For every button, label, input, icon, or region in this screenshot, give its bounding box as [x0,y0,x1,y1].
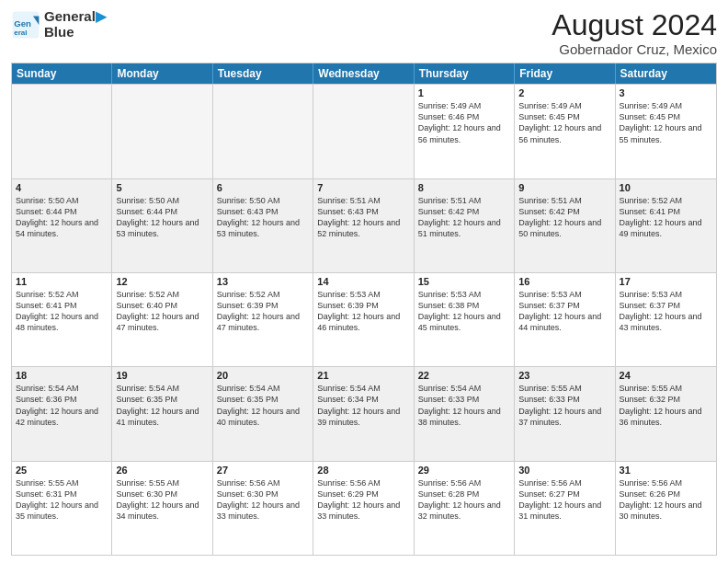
day-number: 16 [518,276,610,287]
day-number: 24 [620,370,712,381]
day-info: Sunrise: 5:55 AMSunset: 6:31 PMDaylight:… [16,477,108,523]
day-info: Sunrise: 5:51 AMSunset: 6:42 PMDaylight:… [518,195,610,240]
logo-text-line2: Blue [44,25,107,40]
cal-cell: 2Sunrise: 5:49 AMSunset: 6:45 PMDaylight… [515,85,615,178]
day-number: 19 [116,370,208,381]
cal-cell: 29Sunrise: 5:56 AMSunset: 6:28 PMDayligh… [415,462,515,555]
cal-cell: 27Sunrise: 5:56 AMSunset: 6:30 PMDayligh… [213,462,313,555]
day-number: 31 [620,465,712,476]
page: Gen eral General▶ Blue August 2024 Gober… [0,0,728,563]
cal-header-thursday: Thursday [415,63,515,84]
cal-header-sunday: Sunday [12,63,112,84]
page-title: August 2024 [552,9,717,41]
cal-cell: 1Sunrise: 5:49 AMSunset: 6:46 PMDaylight… [415,85,515,178]
day-number: 15 [418,276,510,287]
cal-cell: 11Sunrise: 5:52 AMSunset: 6:41 PMDayligh… [12,273,112,366]
day-info: Sunrise: 5:52 AMSunset: 6:41 PMDaylight:… [620,195,712,240]
day-info: Sunrise: 5:54 AMSunset: 6:35 PMDaylight:… [217,383,309,428]
svg-text:eral: eral [14,29,27,37]
day-number: 25 [16,465,108,476]
page-subtitle: Gobernador Cruz, Mexico [552,41,717,57]
header: Gen eral General▶ Blue August 2024 Gober… [11,9,717,57]
cal-cell: 28Sunrise: 5:56 AMSunset: 6:29 PMDayligh… [313,462,414,555]
cal-week-1: 1Sunrise: 5:49 AMSunset: 6:46 PMDaylight… [12,84,716,178]
cal-header-monday: Monday [112,63,212,84]
day-info: Sunrise: 5:53 AMSunset: 6:37 PMDaylight:… [620,289,712,334]
cal-cell: 31Sunrise: 5:56 AMSunset: 6:26 PMDayligh… [616,462,716,555]
logo-triangle: ▶ [96,8,107,24]
cal-cell: 12Sunrise: 5:52 AMSunset: 6:40 PMDayligh… [112,273,212,366]
day-info: Sunrise: 5:49 AMSunset: 6:45 PMDaylight:… [518,100,610,145]
cal-cell [313,85,414,178]
cal-cell: 4Sunrise: 5:50 AMSunset: 6:44 PMDaylight… [12,179,112,272]
cal-cell: 10Sunrise: 5:52 AMSunset: 6:41 PMDayligh… [616,179,716,272]
day-number: 10 [620,182,712,193]
day-number: 29 [418,465,510,476]
cal-cell [213,85,313,178]
title-block: August 2024 Gobernador Cruz, Mexico [552,9,717,57]
day-info: Sunrise: 5:53 AMSunset: 6:39 PMDaylight:… [317,289,409,334]
day-info: Sunrise: 5:53 AMSunset: 6:38 PMDaylight:… [418,289,510,334]
day-info: Sunrise: 5:56 AMSunset: 6:26 PMDaylight:… [620,477,712,523]
day-info: Sunrise: 5:52 AMSunset: 6:39 PMDaylight:… [217,289,309,334]
calendar-body: 1Sunrise: 5:49 AMSunset: 6:46 PMDaylight… [12,84,716,555]
cal-week-2: 4Sunrise: 5:50 AMSunset: 6:44 PMDaylight… [12,178,716,272]
day-info: Sunrise: 5:50 AMSunset: 6:43 PMDaylight:… [217,195,309,240]
cal-header-tuesday: Tuesday [213,63,313,84]
cal-cell: 30Sunrise: 5:56 AMSunset: 6:27 PMDayligh… [515,462,615,555]
day-info: Sunrise: 5:54 AMSunset: 6:33 PMDaylight:… [418,383,510,428]
day-info: Sunrise: 5:55 AMSunset: 6:30 PMDaylight:… [116,477,208,523]
day-info: Sunrise: 5:55 AMSunset: 6:33 PMDaylight:… [518,383,610,428]
day-number: 8 [418,182,510,193]
day-number: 3 [620,87,712,98]
day-number: 26 [116,465,208,476]
cal-cell: 14Sunrise: 5:53 AMSunset: 6:39 PMDayligh… [313,273,414,366]
cal-cell: 17Sunrise: 5:53 AMSunset: 6:37 PMDayligh… [616,273,716,366]
day-info: Sunrise: 5:56 AMSunset: 6:30 PMDaylight:… [217,477,309,523]
day-number: 28 [317,465,409,476]
day-info: Sunrise: 5:54 AMSunset: 6:34 PMDaylight:… [317,383,409,428]
day-number: 4 [16,182,108,193]
day-number: 11 [16,276,108,287]
day-info: Sunrise: 5:56 AMSunset: 6:27 PMDaylight:… [518,477,610,523]
day-number: 5 [116,182,208,193]
cal-header-saturday: Saturday [616,63,716,84]
cal-cell: 18Sunrise: 5:54 AMSunset: 6:36 PMDayligh… [12,367,112,460]
day-info: Sunrise: 5:52 AMSunset: 6:41 PMDaylight:… [16,289,108,334]
cal-cell: 25Sunrise: 5:55 AMSunset: 6:31 PMDayligh… [12,462,112,555]
cal-cell: 6Sunrise: 5:50 AMSunset: 6:43 PMDaylight… [213,179,313,272]
day-number: 1 [418,87,510,98]
cal-cell: 9Sunrise: 5:51 AMSunset: 6:42 PMDaylight… [515,179,615,272]
day-info: Sunrise: 5:51 AMSunset: 6:43 PMDaylight:… [317,195,409,240]
cal-week-4: 18Sunrise: 5:54 AMSunset: 6:36 PMDayligh… [12,366,716,460]
cal-cell [12,85,112,178]
cal-cell: 23Sunrise: 5:55 AMSunset: 6:33 PMDayligh… [515,367,615,460]
cal-cell: 22Sunrise: 5:54 AMSunset: 6:33 PMDayligh… [415,367,515,460]
day-number: 17 [620,276,712,287]
cal-cell: 8Sunrise: 5:51 AMSunset: 6:42 PMDaylight… [415,179,515,272]
day-number: 18 [16,370,108,381]
day-number: 14 [317,276,409,287]
day-info: Sunrise: 5:51 AMSunset: 6:42 PMDaylight:… [418,195,510,240]
day-number: 27 [217,465,309,476]
day-info: Sunrise: 5:54 AMSunset: 6:35 PMDaylight:… [116,383,208,428]
day-info: Sunrise: 5:50 AMSunset: 6:44 PMDaylight:… [116,195,208,240]
cal-cell: 15Sunrise: 5:53 AMSunset: 6:38 PMDayligh… [415,273,515,366]
cal-week-3: 11Sunrise: 5:52 AMSunset: 6:41 PMDayligh… [12,272,716,366]
day-number: 23 [518,370,610,381]
cal-cell: 3Sunrise: 5:49 AMSunset: 6:45 PMDaylight… [616,85,716,178]
day-number: 13 [217,276,309,287]
logo-line2: Blue [44,24,74,40]
logo-icon: Gen eral [11,10,40,40]
day-info: Sunrise: 5:56 AMSunset: 6:29 PMDaylight:… [317,477,409,523]
day-info: Sunrise: 5:50 AMSunset: 6:44 PMDaylight:… [16,195,108,240]
cal-header-wednesday: Wednesday [313,63,414,84]
day-number: 21 [317,370,409,381]
cal-cell: 13Sunrise: 5:52 AMSunset: 6:39 PMDayligh… [213,273,313,366]
day-info: Sunrise: 5:55 AMSunset: 6:32 PMDaylight:… [620,383,712,428]
cal-cell [112,85,212,178]
cal-week-5: 25Sunrise: 5:55 AMSunset: 6:31 PMDayligh… [12,461,716,555]
svg-text:Gen: Gen [14,17,31,28]
cal-cell: 5Sunrise: 5:50 AMSunset: 6:44 PMDaylight… [112,179,212,272]
day-info: Sunrise: 5:53 AMSunset: 6:37 PMDaylight:… [518,289,610,334]
